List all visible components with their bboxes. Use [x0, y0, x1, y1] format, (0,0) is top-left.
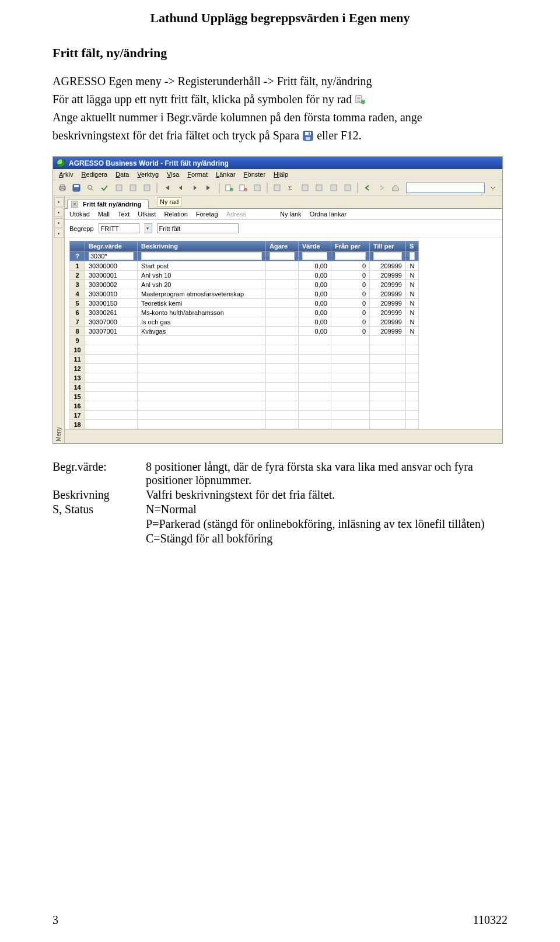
cell-varde[interactable] — [299, 401, 331, 411]
cell-status[interactable]: N — [406, 261, 419, 271]
cell-beskrivning[interactable]: Anl vsh 10 — [138, 271, 266, 280]
cell-begrvarde[interactable] — [85, 383, 138, 392]
linkbar-ny-länk[interactable]: Ny länk — [280, 211, 302, 218]
cell-varde[interactable] — [299, 355, 331, 364]
cell-beskrivning[interactable]: Teoretisk kemi — [138, 299, 266, 308]
cell-franper[interactable] — [331, 383, 370, 392]
menu-hjälp[interactable]: Hjälp — [274, 171, 288, 178]
cell-begrvarde[interactable] — [85, 392, 138, 401]
tab-active[interactable]: × Fritt fält ny/ändring — [67, 199, 149, 209]
cell-tillper[interactable] — [370, 373, 406, 383]
cell-tillper[interactable]: 209999 — [370, 308, 406, 317]
linkbar-relation[interactable]: Relation — [164, 211, 187, 218]
linkbar-företag[interactable]: Företag — [196, 211, 218, 218]
forward-icon[interactable] — [376, 182, 387, 194]
cell-beskrivning[interactable] — [138, 411, 266, 420]
tree-icon[interactable] — [141, 182, 153, 194]
cell-status[interactable]: N — [406, 327, 419, 336]
cell-franper[interactable] — [331, 336, 370, 345]
col-s[interactable]: S — [406, 241, 419, 251]
cell-agare[interactable] — [266, 392, 299, 401]
cell-tillper[interactable] — [370, 401, 406, 411]
filter-franper[interactable] — [335, 252, 366, 260]
cell-status[interactable] — [406, 401, 419, 411]
cell-status[interactable]: N — [406, 299, 419, 308]
cell-beskrivning[interactable]: Kvävgas — [138, 327, 266, 336]
cell-status[interactable]: N — [406, 271, 419, 280]
cell-agare[interactable] — [266, 261, 299, 271]
checkmark-icon[interactable] — [99, 182, 110, 194]
help-icon[interactable]: • — [54, 229, 64, 238]
cell-agare[interactable] — [266, 289, 299, 299]
chart-icon[interactable] — [271, 182, 283, 194]
table-row[interactable]: 130300000Start post0,000209999N — [70, 261, 498, 271]
delete-row-icon[interactable] — [237, 182, 249, 194]
key-icon[interactable] — [113, 182, 125, 194]
cell-varde[interactable]: 0,00 — [299, 299, 331, 308]
table-row[interactable]: 830307001Kvävgas0,000209999N — [70, 327, 498, 336]
cell-beskrivning[interactable] — [138, 373, 266, 383]
cell-franper[interactable] — [331, 401, 370, 411]
cell-begrvarde[interactable]: 30300002 — [85, 280, 138, 289]
cell-franper[interactable]: 0 — [331, 271, 370, 280]
cell-agare[interactable] — [266, 299, 299, 308]
window-icon[interactable]: • — [54, 197, 64, 206]
cell-status[interactable] — [406, 336, 419, 345]
filter-varde[interactable] — [302, 252, 327, 260]
cell-begrvarde[interactable]: 30307001 — [85, 327, 138, 336]
cell-tillper[interactable] — [370, 420, 406, 429]
cell-tillper[interactable] — [370, 345, 406, 355]
table-row[interactable]: 16 — [70, 401, 498, 411]
menu-länkar[interactable]: Länkar — [216, 171, 236, 178]
cell-varde[interactable] — [299, 345, 331, 355]
table-row[interactable]: 530300150Teoretisk kemi0,000209999N — [70, 299, 498, 308]
cell-tillper[interactable] — [370, 411, 406, 420]
table-row[interactable]: 10 — [70, 345, 498, 355]
linkbar-text[interactable]: Text — [118, 211, 130, 218]
linkbar-mall[interactable]: Mall — [98, 211, 110, 218]
cell-franper[interactable]: 0 — [331, 327, 370, 336]
cell-begrvarde[interactable] — [85, 364, 138, 373]
print-icon[interactable] — [57, 182, 68, 194]
find-icon[interactable] — [299, 182, 311, 194]
cell-tillper[interactable]: 209999 — [370, 317, 406, 327]
cell-beskrivning[interactable]: Ms-konto hulth/abrahamsson — [138, 308, 266, 317]
cell-varde[interactable]: 0,00 — [299, 261, 331, 271]
filter-tillper[interactable] — [373, 252, 402, 260]
cell-begrvarde[interactable]: 30300150 — [85, 299, 138, 308]
menu-verktyg[interactable]: Verktyg — [137, 171, 159, 178]
cell-tillper[interactable] — [370, 392, 406, 401]
cell-begrvarde[interactable]: 30300261 — [85, 308, 138, 317]
cell-varde[interactable] — [299, 364, 331, 373]
grid-filter-row[interactable]: ? — [70, 251, 498, 261]
cell-varde[interactable] — [299, 336, 331, 345]
menu-data[interactable]: Data — [116, 171, 129, 178]
copy-icon[interactable] — [251, 182, 263, 194]
prev-icon[interactable] — [175, 182, 187, 194]
cell-franper[interactable]: 0 — [331, 280, 370, 289]
table-row[interactable]: 15 — [70, 392, 498, 401]
menu-arkiv[interactable]: Arkiv — [59, 171, 73, 178]
next-icon[interactable] — [189, 182, 201, 194]
table-row[interactable]: 9 — [70, 336, 498, 345]
data-grid[interactable]: Begr.värde Beskrivning Ägare Värde Från … — [69, 241, 498, 429]
cell-franper[interactable]: 0 — [331, 308, 370, 317]
cell-beskrivning[interactable] — [138, 420, 266, 429]
col-beskrivning[interactable]: Beskrivning — [138, 241, 266, 251]
cell-status[interactable]: N — [406, 289, 419, 299]
printpreview-icon[interactable] — [328, 182, 340, 194]
cell-beskrivning[interactable] — [138, 336, 266, 345]
cell-agare[interactable] — [266, 383, 299, 392]
toolbar-search[interactable] — [406, 183, 484, 193]
table-row[interactable]: 630300261Ms-konto hulth/abrahamsson0,000… — [70, 308, 498, 317]
cell-begrvarde[interactable]: 30307000 — [85, 317, 138, 327]
cell-tillper[interactable]: 209999 — [370, 271, 406, 280]
cell-beskrivning[interactable] — [138, 392, 266, 401]
dropdown-icon[interactable]: ▾ — [144, 223, 152, 233]
cell-varde[interactable]: 0,00 — [299, 280, 331, 289]
cell-status[interactable] — [406, 364, 419, 373]
cell-franper[interactable] — [331, 345, 370, 355]
cell-tillper[interactable] — [370, 355, 406, 364]
cell-beskrivning[interactable]: Start post — [138, 261, 266, 271]
cell-status[interactable] — [406, 373, 419, 383]
